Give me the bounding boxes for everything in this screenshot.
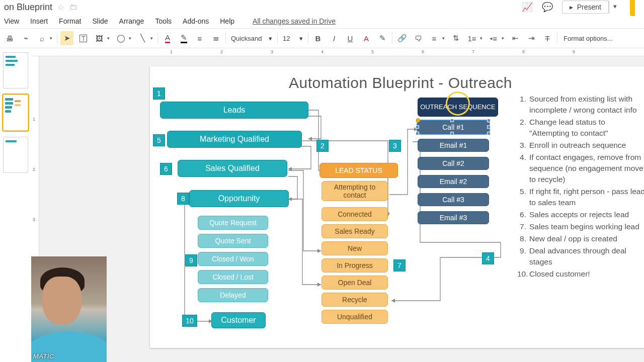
step-number[interactable]: 4 [482, 252, 494, 264]
slide-title[interactable]: Automation Blueprint - Outreach [150, 74, 644, 92]
account-edge[interactable] [630, 0, 635, 16]
lead-status-open-deal[interactable]: Open Deal [321, 276, 388, 290]
outreach-call-2[interactable]: Call #2 [418, 157, 489, 170]
svg-marker-6 [317, 283, 321, 287]
toolbar: 🖶 ⌁ ⌕▾ ➤ 🅃 🖼▾ ◯▾ ╲▾ A ✎ ≡ ≣ Quicksand▾ 1… [0, 28, 644, 48]
note-item: Deal advances through deal stages [529, 245, 644, 267]
main-area: 1 2 3 4 5 6 7 8 9 1 2 3 Automation Bluep… [0, 48, 644, 362]
lead-status-unqualified[interactable]: Unqualified [321, 310, 388, 324]
document-title[interactable]: on Blueprint [4, 2, 52, 13]
textbox-icon[interactable]: 🅃 [76, 31, 90, 45]
bold-icon[interactable]: B [311, 31, 325, 45]
step-number[interactable]: 5 [153, 134, 165, 146]
shape-icon[interactable]: ◯ [114, 31, 127, 45]
step-number[interactable]: 1 [153, 87, 165, 100]
lead-status-attempting[interactable]: Attempting to contact [321, 181, 388, 201]
lead-status-sales-ready[interactable]: Sales Ready [321, 224, 388, 238]
indent-inc-icon[interactable]: ⇥ [525, 31, 538, 45]
step-number[interactable]: 2 [316, 140, 329, 152]
menu-view[interactable]: View [4, 17, 19, 25]
stage-closed-lost[interactable]: Closed / Lost [198, 270, 268, 284]
svg-marker-1 [288, 167, 292, 171]
fill-color-icon[interactable]: A [161, 31, 174, 45]
italic-icon[interactable]: I [328, 31, 341, 45]
stage-quote-request[interactable]: Quote Request [198, 216, 268, 230]
present-dropdown[interactable]: ▾ [609, 1, 621, 14]
line-icon[interactable]: ╲ [136, 31, 149, 45]
format-options-button[interactable]: Format options... [564, 35, 613, 42]
stage-quote-sent[interactable]: Quote Sent [198, 234, 268, 248]
svg-marker-0 [308, 137, 312, 141]
note-item: Sales accepts or rejects lead [529, 209, 629, 220]
font-size-select[interactable]: 12▾ [281, 35, 305, 42]
slide-thumbnail[interactable] [3, 137, 28, 173]
slide-filmstrip[interactable] [0, 48, 31, 362]
align-left-icon[interactable]: ≡ [193, 31, 206, 45]
step-number[interactable]: 9 [185, 254, 197, 266]
line-spacing-icon[interactable]: ≣ [209, 31, 222, 45]
align-icon[interactable]: ≡ [428, 31, 441, 45]
menu-arrange[interactable]: Arrange [119, 17, 144, 25]
line-spacing2-icon[interactable]: ⇅ [449, 31, 462, 45]
lead-status-recycle[interactable]: Recycle [321, 293, 388, 307]
notes-list[interactable]: 1.Sourced from existing list with incomp… [517, 94, 644, 281]
step-number[interactable]: 3 [389, 140, 401, 152]
note-item: Change lead status to "Attempting to con… [529, 117, 644, 139]
lead-status-header[interactable]: LEAD STATUS [319, 163, 398, 178]
text-color-icon[interactable]: A [360, 31, 373, 45]
border-color-icon[interactable]: ✎ [177, 31, 190, 45]
paint-format-icon[interactable]: ⌁ [19, 31, 32, 45]
underline-icon[interactable]: U [344, 31, 357, 45]
clear-format-icon[interactable]: T [541, 31, 554, 45]
star-icon[interactable]: ☆ [57, 3, 64, 12]
menu-help[interactable]: Help [220, 17, 234, 25]
comments-icon[interactable]: 💬 [542, 2, 553, 13]
menu-bar: View Insert Format Slide Arrange Tools A… [0, 14, 644, 28]
customer-block[interactable]: Customer [211, 312, 266, 328]
stage-closed-won[interactable]: Closed / Won [198, 252, 268, 266]
sales-qualified-block[interactable]: Sales Qualified [178, 160, 287, 177]
marketing-qualified-block[interactable]: Marketing Qualified [167, 131, 302, 148]
outreach-email-3[interactable]: Email #3 [418, 211, 489, 224]
step-number[interactable]: 7 [393, 259, 406, 272]
lead-status-connected[interactable]: Connected [321, 207, 388, 221]
menu-tools[interactable]: Tools [155, 17, 172, 25]
print-icon[interactable]: 🖶 [3, 31, 16, 45]
bullet-list-icon[interactable]: •≡ [487, 31, 500, 45]
image-icon[interactable]: 🖼 [93, 31, 106, 45]
select-tool-icon[interactable]: ➤ [60, 31, 73, 45]
folder-icon[interactable]: 🗀 [69, 3, 77, 12]
outreach-email-1[interactable]: Email #1 [418, 139, 489, 152]
canvas[interactable]: 1 2 3 4 5 6 7 8 9 1 2 3 Automation Bluep… [31, 48, 644, 362]
menu-addons[interactable]: Add-ons [183, 17, 209, 25]
webcam-overlay: MATIC [31, 256, 107, 362]
leads-block[interactable]: Leads [160, 102, 308, 119]
zoom-icon[interactable]: ⌕ [35, 31, 48, 45]
menu-slide[interactable]: Slide [92, 17, 108, 25]
slide-thumbnail[interactable] [3, 52, 28, 88]
lead-status-new[interactable]: New [321, 241, 388, 255]
slide-thumbnail[interactable] [3, 95, 28, 131]
save-status[interactable]: All changes saved in Drive [253, 17, 336, 25]
menu-format[interactable]: Format [59, 17, 81, 25]
step-number[interactable]: 8 [177, 193, 189, 205]
numbered-list-icon[interactable]: 1≡ [465, 31, 478, 45]
stage-delayed[interactable]: Delayed [198, 288, 268, 302]
indent-dec-icon[interactable]: ⇤ [509, 31, 522, 45]
outreach-call-3[interactable]: Call #3 [418, 193, 489, 206]
lead-status-in-progress[interactable]: In Progress [321, 258, 388, 273]
activity-icon[interactable]: 📈 [522, 2, 533, 13]
present-button[interactable]: ▸ Present [562, 1, 609, 14]
note-item: Enroll in outreach sequence [529, 140, 626, 151]
menu-insert[interactable]: Insert [30, 17, 48, 25]
opportunity-block[interactable]: Opportunity [189, 190, 289, 207]
step-number[interactable]: 10 [182, 315, 197, 327]
horizontal-ruler: 1 2 3 4 5 6 7 8 9 [31, 48, 644, 56]
step-number[interactable]: 6 [160, 163, 172, 175]
highlight-icon[interactable]: ✎ [376, 31, 389, 45]
link-icon[interactable]: 🔗 [395, 31, 409, 45]
outreach-email-2[interactable]: Email #2 [418, 175, 489, 188]
comment-add-icon[interactable]: 🗨 [412, 31, 425, 45]
slide-canvas[interactable]: Automation Blueprint - Outreach [150, 66, 644, 348]
font-select[interactable]: Quicksand▾ [229, 35, 274, 42]
